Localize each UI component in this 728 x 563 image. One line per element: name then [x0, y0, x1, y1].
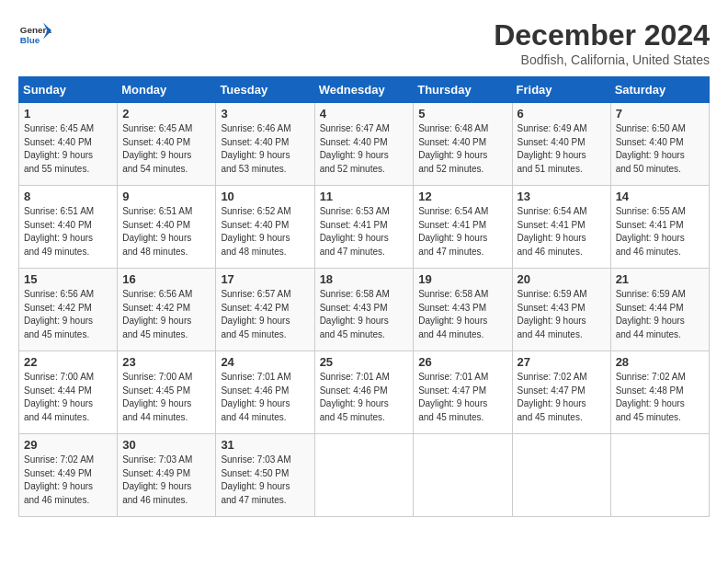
day-cell: 8Sunrise: 6:51 AM Sunset: 4:40 PM Daylig… [19, 186, 118, 269]
day-cell: 15Sunrise: 6:56 AM Sunset: 4:42 PM Dayli… [19, 269, 118, 351]
day-cell: 27Sunrise: 7:02 AM Sunset: 4:47 PM Dayli… [512, 351, 610, 434]
calendar-header: SundayMondayTuesdayWednesdayThursdayFrid… [19, 77, 710, 103]
day-number: 11 [320, 190, 409, 203]
day-info: Sunrise: 6:59 AM Sunset: 4:44 PM Dayligh… [616, 288, 704, 341]
day-info: Sunrise: 6:49 AM Sunset: 4:40 PM Dayligh… [518, 122, 606, 176]
day-number: 7 [616, 107, 704, 121]
day-info: Sunrise: 7:03 AM Sunset: 4:49 PM Dayligh… [122, 454, 210, 507]
day-info: Sunrise: 6:56 AM Sunset: 4:42 PM Dayligh… [24, 288, 112, 341]
day-info: Sunrise: 7:03 AM Sunset: 4:50 PM Dayligh… [221, 454, 309, 507]
day-cell: 2Sunrise: 6:45 AM Sunset: 4:40 PM Daylig… [118, 103, 216, 186]
calendar: SundayMondayTuesdayWednesdayThursdayFrid… [18, 76, 710, 517]
day-cell: 6Sunrise: 6:49 AM Sunset: 4:40 PM Daylig… [512, 103, 610, 186]
column-header-saturday: Saturday [610, 77, 709, 103]
day-cell [414, 434, 512, 517]
day-info: Sunrise: 6:51 AM Sunset: 4:40 PM Dayligh… [24, 205, 112, 259]
day-info: Sunrise: 6:56 AM Sunset: 4:42 PM Dayligh… [122, 288, 210, 341]
day-cell: 1Sunrise: 6:45 AM Sunset: 4:40 PM Daylig… [19, 103, 118, 186]
day-cell: 30Sunrise: 7:03 AM Sunset: 4:49 PM Dayli… [118, 434, 216, 517]
day-number: 5 [418, 107, 506, 121]
day-cell: 29Sunrise: 7:02 AM Sunset: 4:49 PM Dayli… [19, 434, 118, 517]
day-cell: 31Sunrise: 7:03 AM Sunset: 4:50 PM Dayli… [216, 434, 314, 517]
day-number: 24 [221, 355, 309, 369]
week-row-5: 29Sunrise: 7:02 AM Sunset: 4:49 PM Dayli… [19, 434, 710, 517]
day-number: 25 [320, 355, 409, 369]
title-area: December 2024 Bodfish, California, Unite… [494, 18, 710, 67]
day-number: 29 [24, 438, 112, 452]
day-number: 12 [418, 190, 506, 203]
column-header-sunday: Sunday [19, 77, 118, 103]
column-header-monday: Monday [118, 77, 216, 103]
day-cell: 12Sunrise: 6:54 AM Sunset: 4:41 PM Dayli… [414, 186, 512, 269]
svg-text:Blue: Blue [20, 35, 40, 45]
day-cell: 24Sunrise: 7:01 AM Sunset: 4:46 PM Dayli… [216, 351, 314, 434]
column-header-wednesday: Wednesday [314, 77, 414, 103]
day-number: 22 [24, 355, 112, 369]
month-title: December 2024 [494, 18, 710, 52]
day-cell: 3Sunrise: 6:46 AM Sunset: 4:40 PM Daylig… [216, 103, 314, 186]
day-cell: 23Sunrise: 7:00 AM Sunset: 4:45 PM Dayli… [118, 351, 216, 434]
day-info: Sunrise: 6:58 AM Sunset: 4:43 PM Dayligh… [320, 288, 409, 341]
day-info: Sunrise: 6:46 AM Sunset: 4:40 PM Dayligh… [221, 122, 309, 176]
day-number: 16 [122, 272, 210, 286]
day-info: Sunrise: 6:48 AM Sunset: 4:40 PM Dayligh… [418, 122, 506, 176]
column-header-tuesday: Tuesday [216, 77, 314, 103]
day-info: Sunrise: 6:53 AM Sunset: 4:41 PM Dayligh… [320, 205, 409, 259]
day-cell: 28Sunrise: 7:02 AM Sunset: 4:48 PM Dayli… [610, 351, 709, 434]
day-number: 4 [320, 107, 409, 121]
day-cell: 13Sunrise: 6:54 AM Sunset: 4:41 PM Dayli… [512, 186, 610, 269]
day-cell: 25Sunrise: 7:01 AM Sunset: 4:46 PM Dayli… [314, 351, 414, 434]
day-cell: 14Sunrise: 6:55 AM Sunset: 4:41 PM Dayli… [610, 186, 709, 269]
day-info: Sunrise: 6:45 AM Sunset: 4:40 PM Dayligh… [24, 122, 112, 176]
day-number: 3 [221, 107, 309, 121]
day-number: 21 [616, 272, 704, 286]
day-info: Sunrise: 6:52 AM Sunset: 4:40 PM Dayligh… [221, 205, 309, 259]
logo: General Blue [18, 18, 51, 52]
day-cell: 20Sunrise: 6:59 AM Sunset: 4:43 PM Dayli… [512, 269, 610, 351]
day-number: 23 [122, 355, 210, 369]
day-number: 30 [122, 438, 210, 452]
day-info: Sunrise: 6:58 AM Sunset: 4:43 PM Dayligh… [418, 288, 506, 341]
day-info: Sunrise: 6:54 AM Sunset: 4:41 PM Dayligh… [418, 205, 506, 259]
day-cell: 10Sunrise: 6:52 AM Sunset: 4:40 PM Dayli… [216, 186, 314, 269]
day-number: 13 [518, 190, 606, 203]
day-info: Sunrise: 7:01 AM Sunset: 4:47 PM Dayligh… [418, 371, 506, 424]
day-number: 2 [122, 107, 210, 121]
day-cell [610, 434, 709, 517]
day-info: Sunrise: 7:01 AM Sunset: 4:46 PM Dayligh… [221, 371, 309, 424]
week-row-3: 15Sunrise: 6:56 AM Sunset: 4:42 PM Dayli… [19, 269, 710, 351]
day-cell: 22Sunrise: 7:00 AM Sunset: 4:44 PM Dayli… [19, 351, 118, 434]
day-cell: 16Sunrise: 6:56 AM Sunset: 4:42 PM Dayli… [118, 269, 216, 351]
day-number: 8 [24, 190, 112, 203]
day-cell: 17Sunrise: 6:57 AM Sunset: 4:42 PM Dayli… [216, 269, 314, 351]
day-cell: 26Sunrise: 7:01 AM Sunset: 4:47 PM Dayli… [414, 351, 512, 434]
day-cell [314, 434, 414, 517]
day-info: Sunrise: 7:02 AM Sunset: 4:47 PM Dayligh… [518, 371, 606, 424]
day-number: 20 [518, 272, 606, 286]
day-cell: 19Sunrise: 6:58 AM Sunset: 4:43 PM Dayli… [414, 269, 512, 351]
location: Bodfish, California, United States [494, 52, 710, 67]
day-info: Sunrise: 6:47 AM Sunset: 4:40 PM Dayligh… [320, 122, 409, 176]
day-info: Sunrise: 7:00 AM Sunset: 4:45 PM Dayligh… [122, 371, 210, 424]
day-info: Sunrise: 7:01 AM Sunset: 4:46 PM Dayligh… [320, 371, 409, 424]
day-cell: 7Sunrise: 6:50 AM Sunset: 4:40 PM Daylig… [610, 103, 709, 186]
day-cell: 18Sunrise: 6:58 AM Sunset: 4:43 PM Dayli… [314, 269, 414, 351]
day-number: 17 [221, 272, 309, 286]
day-info: Sunrise: 6:50 AM Sunset: 4:40 PM Dayligh… [616, 122, 704, 176]
day-number: 18 [320, 272, 409, 286]
day-number: 28 [616, 355, 704, 369]
day-number: 6 [518, 107, 606, 121]
day-info: Sunrise: 7:00 AM Sunset: 4:44 PM Dayligh… [24, 371, 112, 424]
day-number: 31 [221, 438, 309, 452]
day-cell: 11Sunrise: 6:53 AM Sunset: 4:41 PM Dayli… [314, 186, 414, 269]
day-cell: 5Sunrise: 6:48 AM Sunset: 4:40 PM Daylig… [414, 103, 512, 186]
day-number: 15 [24, 272, 112, 286]
week-row-2: 8Sunrise: 6:51 AM Sunset: 4:40 PM Daylig… [19, 186, 710, 269]
column-header-thursday: Thursday [414, 77, 512, 103]
day-number: 19 [418, 272, 506, 286]
day-number: 27 [518, 355, 606, 369]
day-info: Sunrise: 6:54 AM Sunset: 4:41 PM Dayligh… [518, 205, 606, 259]
day-cell [512, 434, 610, 517]
day-number: 14 [616, 190, 704, 203]
day-info: Sunrise: 6:51 AM Sunset: 4:40 PM Dayligh… [122, 205, 210, 259]
